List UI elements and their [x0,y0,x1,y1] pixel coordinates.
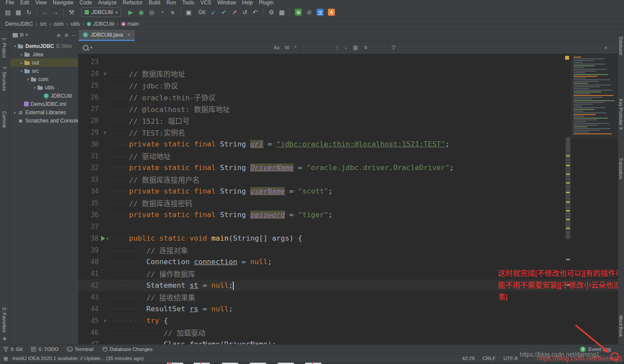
tree-arrow-icon[interactable]: ▾ [32,85,37,90]
line-number[interactable]: 36 [78,211,99,219]
locate-icon[interactable]: ⊕ [57,33,61,38]
line-number[interactable]: 39 [78,246,99,254]
code-line-29[interactable]: 29∧····// TEST:实例名 [78,126,618,138]
close-tab-icon[interactable]: × [127,32,130,38]
code-text[interactable]: ····// oracle:thin-子协议 [112,92,215,102]
toolwindow-button-9-git[interactable]: 9: Git [3,347,22,352]
warning-stripe-mark[interactable] [566,259,570,260]
code-text[interactable]: ····private·static·final·String·DriverNa… [112,163,454,172]
filter-icon[interactable]: ▽ [389,44,399,51]
line-separator[interactable]: CRLF [482,356,495,361]
rollback-icon[interactable]: ↶ [250,7,260,17]
breadcrumb-demojdbc[interactable]: DemoJDBC [5,21,33,27]
stop-icon[interactable]: ■ [167,7,178,17]
code-line-39[interactable]: 39········// 连接对象 [78,244,618,256]
tree-item-out[interactable]: ▸out [10,58,78,67]
breadcrumb-jdbcutil[interactable]: CJDBCUtil [87,21,114,27]
code-text[interactable]: ····// 数据库的地址 [112,68,185,79]
words-toggle[interactable]: W [282,44,292,51]
line-number[interactable]: 38 [78,235,99,242]
code-line-26[interactable]: 26····// oracle:thin-子协议 [78,91,618,103]
project-view-selector[interactable]: P. ▾ [20,32,28,38]
code-text[interactable]: ········Connection·connection·=·null; [112,258,272,266]
stripe-translation[interactable]: Translation [618,158,623,179]
find-all-icon[interactable]: ▤ [350,44,361,51]
line-number[interactable]: 27 [78,105,99,113]
menu-refactor[interactable]: Refactor [120,0,146,6]
next-occurrence-icon[interactable]: ↓ [341,44,350,51]
line-number[interactable]: 32 [78,164,99,172]
status-message[interactable]: IntelliJ IDEA 2020.1 available: // Updat… [12,356,143,361]
breadcrumb-com[interactable]: com [54,21,64,27]
code-line-24[interactable]: 24∨····// 数据库的地址 [78,68,618,79]
save-all-icon[interactable]: ▦ [13,7,24,17]
line-number[interactable]: 42 [78,282,99,289]
settings-icon[interactable]: ⚙ [64,33,68,38]
line-number[interactable]: 41 [78,270,99,278]
open-icon[interactable]: ▤ [3,7,13,17]
project-structure-icon[interactable]: ▩ [276,7,287,17]
tree-arrow-icon[interactable]: ▸ [13,110,17,115]
forward-icon[interactable]: → [50,7,61,17]
code-line-34[interactable]: 34····private·static·final·String·userNa… [78,185,618,197]
code-text[interactable]: ············Class.forName(DriverName); [112,340,276,344]
code-text[interactable]: ············// 加载驱动 [112,327,205,338]
settings-icon[interactable]: ⚙ [266,7,276,17]
line-number[interactable]: 45 [78,317,99,325]
code-line-35[interactable]: 35····// 数据库连接密码 [78,197,618,209]
regex-toggle[interactable]: * [292,44,299,51]
stripe-1-project[interactable]: 1: Project [2,37,7,58]
code-text[interactable]: ····// 驱动地址 [112,151,171,161]
prev-occurrence-icon[interactable]: ↑ [333,44,341,51]
stripe-2-favorites[interactable]: 2: Favorites [2,307,7,332]
close-search-icon[interactable]: × [604,44,614,51]
code-text[interactable]: ····private·static·final·String·password… [112,211,333,219]
caret-position[interactable]: 42:29 [462,356,475,361]
menu-window[interactable]: Window [214,0,239,6]
code-line-47[interactable]: 47············Class.forName(DriverName); [78,338,618,344]
line-number[interactable]: 23 [78,58,99,66]
code-text[interactable]: ····// TEST:实例名 [112,127,185,138]
line-number[interactable]: 35 [78,199,99,207]
code-line-40[interactable]: 40········Connection·connection·=·null; [78,256,618,268]
find-icon[interactable]: ▣ [184,7,194,17]
line-number[interactable]: 46 [78,329,99,337]
line-number[interactable]: 30 [78,140,99,148]
run-icon[interactable]: ▶ [126,7,136,17]
run-gutter-icon[interactable] [101,236,105,241]
collapse-all-icon[interactable]: ─ [72,33,75,38]
search-input[interactable] [95,44,271,51]
code-line-25[interactable]: 25····// jdbc:协议 [78,79,618,91]
code-text[interactable]: ········// 连接对象 [112,245,188,255]
tree-item-utils[interactable]: ▾utils [10,83,78,92]
code-line-37[interactable]: 37 [78,221,618,232]
fold-icon[interactable]: ∨ [104,318,106,323]
toolwindow-button-6-todo[interactable]: 6: TODO [31,347,58,352]
code-text[interactable]: ········try·{ [112,316,168,325]
line-number[interactable]: 24 [78,70,99,78]
menu-analyze[interactable]: Analyze [95,0,120,6]
tree-item-idea[interactable]: ▸.idea [10,50,78,58]
menu-help[interactable]: Help [239,0,256,6]
stripe-commit[interactable]: Commit [2,111,7,128]
run-config-select[interactable]: JDBCUtil▾ [81,7,121,17]
menu-file[interactable]: File [3,0,17,6]
menu-navigate[interactable]: Navigate [50,0,76,6]
fold-icon[interactable]: ∨ [106,236,109,241]
menu-code[interactable]: Code [76,0,95,6]
search-history-caret[interactable]: ▾ [90,45,92,50]
code-line-33[interactable]: 33····// 数据库连接用户名 [78,173,618,185]
code-line-28[interactable]: 28····// 1521: 端口号 [78,115,618,126]
breadcrumb-utils[interactable]: utils [71,21,80,27]
tree-item-src[interactable]: ▾src [10,67,78,75]
tree-arrow-icon[interactable]: ▾ [19,69,24,73]
translate-blue-icon[interactable]: 文 [317,9,324,16]
tree-item-external-libraries[interactable]: ▸▤External Libraries [10,108,78,116]
code-line-46[interactable]: 46············// 加载驱动 [78,327,618,338]
debug-icon[interactable]: ◉ [136,7,147,17]
minimap[interactable] [571,55,618,139]
line-number[interactable]: 33 [78,176,99,184]
code-text[interactable]: ········Statement·st·=·null; [112,281,234,290]
line-number[interactable]: 37 [78,223,99,231]
history-icon[interactable]: ↺ [239,7,250,17]
